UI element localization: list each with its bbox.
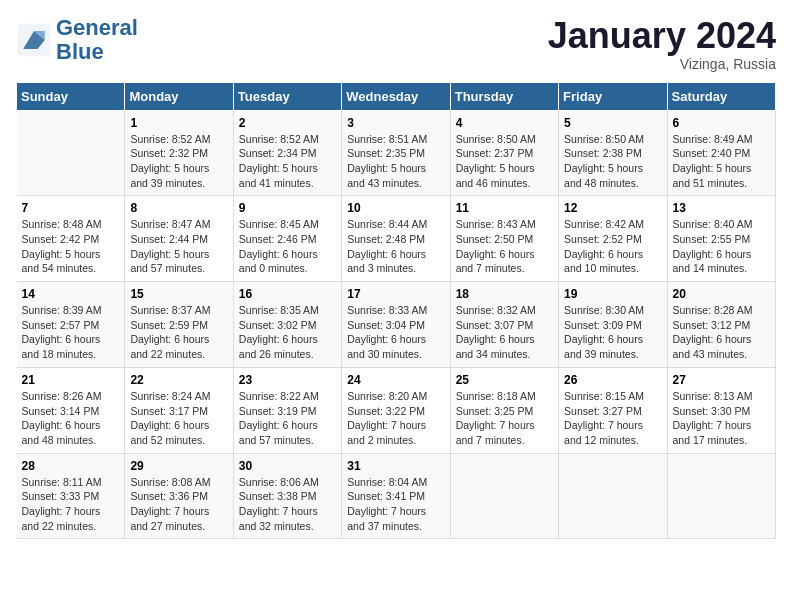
calendar-cell: 12 Sunrise: 8:42 AMSunset: 2:52 PMDaylig… — [559, 196, 667, 282]
day-info: Sunrise: 8:24 AMSunset: 3:17 PMDaylight:… — [130, 389, 227, 448]
day-number: 13 — [673, 201, 770, 215]
day-info: Sunrise: 8:51 AMSunset: 2:35 PMDaylight:… — [347, 132, 444, 191]
title-block: January 2024 Vizinga, Russia — [548, 16, 776, 72]
calendar-cell — [17, 110, 125, 196]
day-number: 10 — [347, 201, 444, 215]
day-info: Sunrise: 8:45 AMSunset: 2:46 PMDaylight:… — [239, 217, 336, 276]
day-info: Sunrise: 8:28 AMSunset: 3:12 PMDaylight:… — [673, 303, 770, 362]
day-info: Sunrise: 8:04 AMSunset: 3:41 PMDaylight:… — [347, 475, 444, 534]
day-info: Sunrise: 8:50 AMSunset: 2:37 PMDaylight:… — [456, 132, 553, 191]
day-number: 18 — [456, 287, 553, 301]
day-info: Sunrise: 8:39 AMSunset: 2:57 PMDaylight:… — [22, 303, 120, 362]
day-info: Sunrise: 8:13 AMSunset: 3:30 PMDaylight:… — [673, 389, 770, 448]
day-info: Sunrise: 8:48 AMSunset: 2:42 PMDaylight:… — [22, 217, 120, 276]
calendar-header: SundayMondayTuesdayWednesdayThursdayFrid… — [17, 82, 776, 110]
day-info: Sunrise: 8:32 AMSunset: 3:07 PMDaylight:… — [456, 303, 553, 362]
day-info: Sunrise: 8:06 AMSunset: 3:38 PMDaylight:… — [239, 475, 336, 534]
day-number: 9 — [239, 201, 336, 215]
day-number: 2 — [239, 116, 336, 130]
day-info: Sunrise: 8:52 AMSunset: 2:32 PMDaylight:… — [130, 132, 227, 191]
day-number: 3 — [347, 116, 444, 130]
weekday-header-saturday: Saturday — [667, 82, 775, 110]
day-number: 14 — [22, 287, 120, 301]
day-number: 7 — [22, 201, 120, 215]
day-number: 20 — [673, 287, 770, 301]
calendar-cell: 23 Sunrise: 8:22 AMSunset: 3:19 PMDaylig… — [233, 367, 341, 453]
day-info: Sunrise: 8:50 AMSunset: 2:38 PMDaylight:… — [564, 132, 661, 191]
calendar-cell: 4 Sunrise: 8:50 AMSunset: 2:37 PMDayligh… — [450, 110, 558, 196]
calendar-cell: 11 Sunrise: 8:43 AMSunset: 2:50 PMDaylig… — [450, 196, 558, 282]
page-header: General Blue January 2024 Vizinga, Russi… — [16, 16, 776, 72]
day-info: Sunrise: 8:18 AMSunset: 3:25 PMDaylight:… — [456, 389, 553, 448]
weekday-header-monday: Monday — [125, 82, 233, 110]
day-number: 30 — [239, 459, 336, 473]
day-info: Sunrise: 8:35 AMSunset: 3:02 PMDaylight:… — [239, 303, 336, 362]
calendar-cell: 18 Sunrise: 8:32 AMSunset: 3:07 PMDaylig… — [450, 282, 558, 368]
calendar-cell: 31 Sunrise: 8:04 AMSunset: 3:41 PMDaylig… — [342, 453, 450, 539]
calendar-cell: 14 Sunrise: 8:39 AMSunset: 2:57 PMDaylig… — [17, 282, 125, 368]
calendar-cell: 6 Sunrise: 8:49 AMSunset: 2:40 PMDayligh… — [667, 110, 775, 196]
day-info: Sunrise: 8:43 AMSunset: 2:50 PMDaylight:… — [456, 217, 553, 276]
calendar-cell: 27 Sunrise: 8:13 AMSunset: 3:30 PMDaylig… — [667, 367, 775, 453]
calendar-cell: 9 Sunrise: 8:45 AMSunset: 2:46 PMDayligh… — [233, 196, 341, 282]
day-info: Sunrise: 8:22 AMSunset: 3:19 PMDaylight:… — [239, 389, 336, 448]
calendar-week-row: 21 Sunrise: 8:26 AMSunset: 3:14 PMDaylig… — [17, 367, 776, 453]
weekday-row: SundayMondayTuesdayWednesdayThursdayFrid… — [17, 82, 776, 110]
day-number: 8 — [130, 201, 227, 215]
day-info: Sunrise: 8:08 AMSunset: 3:36 PMDaylight:… — [130, 475, 227, 534]
calendar-cell: 30 Sunrise: 8:06 AMSunset: 3:38 PMDaylig… — [233, 453, 341, 539]
day-number: 29 — [130, 459, 227, 473]
month-title: January 2024 — [548, 16, 776, 56]
day-number: 25 — [456, 373, 553, 387]
calendar-cell: 10 Sunrise: 8:44 AMSunset: 2:48 PMDaylig… — [342, 196, 450, 282]
day-info: Sunrise: 8:30 AMSunset: 3:09 PMDaylight:… — [564, 303, 661, 362]
calendar-cell: 17 Sunrise: 8:33 AMSunset: 3:04 PMDaylig… — [342, 282, 450, 368]
weekday-header-friday: Friday — [559, 82, 667, 110]
day-number: 23 — [239, 373, 336, 387]
day-number: 22 — [130, 373, 227, 387]
day-number: 26 — [564, 373, 661, 387]
calendar-cell: 5 Sunrise: 8:50 AMSunset: 2:38 PMDayligh… — [559, 110, 667, 196]
calendar-cell: 16 Sunrise: 8:35 AMSunset: 3:02 PMDaylig… — [233, 282, 341, 368]
logo-blue: Blue — [56, 39, 104, 64]
calendar-cell: 26 Sunrise: 8:15 AMSunset: 3:27 PMDaylig… — [559, 367, 667, 453]
calendar-cell: 8 Sunrise: 8:47 AMSunset: 2:44 PMDayligh… — [125, 196, 233, 282]
day-info: Sunrise: 8:26 AMSunset: 3:14 PMDaylight:… — [22, 389, 120, 448]
calendar-cell: 29 Sunrise: 8:08 AMSunset: 3:36 PMDaylig… — [125, 453, 233, 539]
calendar-cell: 15 Sunrise: 8:37 AMSunset: 2:59 PMDaylig… — [125, 282, 233, 368]
calendar-cell: 20 Sunrise: 8:28 AMSunset: 3:12 PMDaylig… — [667, 282, 775, 368]
day-number: 24 — [347, 373, 444, 387]
calendar-cell — [450, 453, 558, 539]
day-number: 27 — [673, 373, 770, 387]
day-info: Sunrise: 8:11 AMSunset: 3:33 PMDaylight:… — [22, 475, 120, 534]
calendar-cell: 25 Sunrise: 8:18 AMSunset: 3:25 PMDaylig… — [450, 367, 558, 453]
calendar-cell: 21 Sunrise: 8:26 AMSunset: 3:14 PMDaylig… — [17, 367, 125, 453]
day-info: Sunrise: 8:47 AMSunset: 2:44 PMDaylight:… — [130, 217, 227, 276]
weekday-header-thursday: Thursday — [450, 82, 558, 110]
logo-text: General Blue — [56, 16, 138, 64]
day-number: 5 — [564, 116, 661, 130]
day-number: 12 — [564, 201, 661, 215]
location-subtitle: Vizinga, Russia — [548, 56, 776, 72]
weekday-header-wednesday: Wednesday — [342, 82, 450, 110]
logo-icon — [16, 22, 52, 58]
day-number: 19 — [564, 287, 661, 301]
day-info: Sunrise: 8:20 AMSunset: 3:22 PMDaylight:… — [347, 389, 444, 448]
day-number: 15 — [130, 287, 227, 301]
calendar-cell — [667, 453, 775, 539]
calendar-cell: 3 Sunrise: 8:51 AMSunset: 2:35 PMDayligh… — [342, 110, 450, 196]
calendar-week-row: 7 Sunrise: 8:48 AMSunset: 2:42 PMDayligh… — [17, 196, 776, 282]
calendar-cell: 28 Sunrise: 8:11 AMSunset: 3:33 PMDaylig… — [17, 453, 125, 539]
day-number: 6 — [673, 116, 770, 130]
calendar-cell: 22 Sunrise: 8:24 AMSunset: 3:17 PMDaylig… — [125, 367, 233, 453]
day-info: Sunrise: 8:52 AMSunset: 2:34 PMDaylight:… — [239, 132, 336, 191]
day-number: 1 — [130, 116, 227, 130]
day-info: Sunrise: 8:33 AMSunset: 3:04 PMDaylight:… — [347, 303, 444, 362]
calendar-cell: 7 Sunrise: 8:48 AMSunset: 2:42 PMDayligh… — [17, 196, 125, 282]
day-number: 16 — [239, 287, 336, 301]
day-number: 11 — [456, 201, 553, 215]
calendar-week-row: 14 Sunrise: 8:39 AMSunset: 2:57 PMDaylig… — [17, 282, 776, 368]
calendar-cell: 19 Sunrise: 8:30 AMSunset: 3:09 PMDaylig… — [559, 282, 667, 368]
day-number: 4 — [456, 116, 553, 130]
calendar-table: SundayMondayTuesdayWednesdayThursdayFrid… — [16, 82, 776, 540]
